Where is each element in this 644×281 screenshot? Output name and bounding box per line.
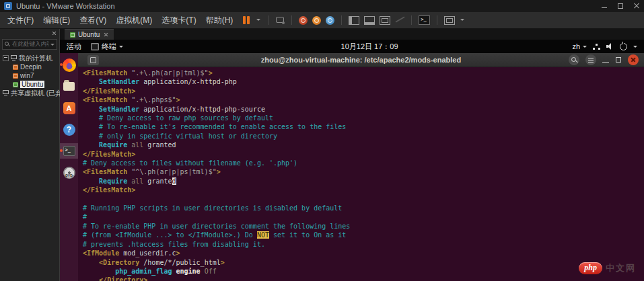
- code-line: Require all granted: [83, 140, 644, 149]
- vm-on-icon: [13, 82, 18, 87]
- caret-icon[interactable]: [460, 15, 465, 25]
- pause-icon[interactable]: [242, 15, 251, 25]
- token: <FilesMatch: [83, 69, 127, 77]
- token: [83, 106, 99, 113]
- terminal-maximize-icon[interactable]: [615, 54, 622, 65]
- token: ".+\.ph(ar|p|tml)$": [127, 69, 208, 77]
- menu-item-2[interactable]: 查看(V): [75, 13, 111, 28]
- terminal-minimize-icon[interactable]: [602, 54, 609, 65]
- toolbar-separator: [437, 15, 437, 25]
- panel-full-icon[interactable]: [380, 16, 390, 25]
- input-method-indicator[interactable]: zh: [572, 42, 587, 50]
- vm-off-icon: [13, 73, 18, 79]
- watermark: php 中文网: [579, 262, 636, 274]
- tree-item-label: Deepin: [20, 63, 42, 71]
- token: <IfModule: [83, 249, 119, 257]
- terminal-content[interactable]: <FilesMatch ".+\.ph(ar|p|tml)$"> SetHand…: [78, 67, 644, 281]
- app-menu[interactable]: 终端: [91, 42, 123, 52]
- unity-icon[interactable]: [395, 15, 404, 25]
- fit-icon[interactable]: [444, 16, 455, 25]
- token: [83, 78, 99, 85]
- token: ".+\.phps$": [127, 96, 176, 104]
- vmware-logo-icon: [4, 2, 12, 10]
- token: application/x-httpd-php: [139, 78, 237, 85]
- terminal-titlebar[interactable]: zhou@zhou-virtual-machine: /etc/apache2/…: [78, 53, 644, 67]
- menu-item-5[interactable]: 帮助(H): [201, 13, 238, 28]
- gnome-topbar: 活动 终端 10月12日 17：09 zh: [60, 40, 644, 53]
- token: application/x-httpd-php-source: [139, 106, 265, 113]
- toolbar: [242, 15, 465, 25]
- code-line: [83, 195, 644, 204]
- close-icon[interactable]: [633, 3, 640, 9]
- dock-item-ubuntu-software[interactable]: A: [60, 100, 78, 116]
- token: granted: [143, 141, 176, 149]
- token: /home/*/public_html: [139, 259, 220, 266]
- send-cad-icon[interactable]: [275, 15, 285, 25]
- caret-icon[interactable]: [256, 15, 261, 25]
- code-line: Require all granted: [83, 177, 644, 186]
- window-title: Ubuntu - VMware Workstation: [16, 2, 115, 10]
- keyboard-indicator-icon[interactable]: [87, 55, 99, 65]
- dock-item-files[interactable]: [60, 79, 78, 94]
- expander-icon[interactable]: [3, 55, 9, 61]
- code-line: # prevents .htaccess files from disablin…: [83, 240, 644, 249]
- maximize-icon[interactable]: [617, 3, 624, 9]
- sidebar-item-4[interactable]: 共享虚拟机 (已弃用): [0, 89, 59, 97]
- panel-lib-icon[interactable]: [349, 16, 359, 25]
- menu-items: 文件(F)编辑(E)查看(V)虚拟机(M)选项卡(T)帮助(H): [3, 13, 238, 28]
- dock-item-dvd[interactable]: DVD: [60, 165, 78, 180]
- library-header: [0, 29, 59, 38]
- terminal-close-icon[interactable]: [628, 54, 639, 65]
- token: <FilesMatch: [83, 96, 127, 104]
- vm-power-on-icon: [70, 32, 75, 38]
- code-line: <Directory /home/*/public_html>: [83, 258, 644, 267]
- menu-item-3[interactable]: 虚拟机(M): [111, 13, 157, 28]
- clock[interactable]: 10月12日 17：09: [341, 42, 398, 52]
- sidebar-item-2[interactable]: win7: [0, 71, 59, 80]
- panel-thumb-icon[interactable]: [364, 16, 375, 25]
- token: # To re-enable it's recommended to enabl…: [83, 123, 346, 130]
- token: php_admin_flag: [115, 268, 172, 275]
- dock-item-firefox[interactable]: [60, 57, 78, 73]
- sidebar-item-0[interactable]: 我的计算机: [0, 54, 59, 63]
- code-line: </FilesMatch>: [83, 150, 644, 159]
- code-line: <FilesMatch ".+\.ph(ar|p|tml)$">: [83, 69, 644, 77]
- token: >: [209, 69, 213, 77]
- token: [83, 276, 99, 281]
- token: all: [131, 177, 143, 185]
- snap-take-icon[interactable]: [299, 16, 308, 25]
- network-icon: [593, 44, 600, 50]
- snap-manage-icon[interactable]: [326, 16, 334, 25]
- token: d: [172, 177, 176, 185]
- sidebar-close-icon[interactable]: [52, 31, 57, 36]
- terminal-search-icon[interactable]: [569, 54, 579, 65]
- sidebar-item-1[interactable]: Deepin: [0, 63, 59, 71]
- token: >: [176, 249, 180, 257]
- dock-item-help[interactable]: ?: [60, 122, 78, 137]
- code-line: SetHandler application/x-httpd-php-sourc…: [83, 105, 644, 114]
- tab-ubuntu[interactable]: Ubuntu: [65, 29, 114, 40]
- dock-item-terminal[interactable]: >_: [60, 143, 78, 159]
- activities-button[interactable]: 活动: [67, 42, 81, 52]
- minimize-icon[interactable]: [601, 3, 608, 9]
- sidebar-item-3[interactable]: Ubuntu: [0, 80, 59, 89]
- firefox-icon: [63, 58, 76, 72]
- code-line: </FilesMatch>: [83, 186, 644, 194]
- files-icon: [63, 82, 75, 91]
- menu-item-4[interactable]: 选项卡(T): [157, 13, 201, 28]
- menu-item-0[interactable]: 文件(F): [3, 13, 38, 28]
- token: SetHandler: [99, 106, 139, 113]
- code-line: # only in specific virtual host or direc…: [83, 132, 644, 140]
- system-tray[interactable]: zh: [572, 42, 637, 50]
- token: grante: [143, 177, 172, 185]
- watermark-text: 中文网: [606, 262, 636, 274]
- menu-item-1[interactable]: 编辑(E): [38, 13, 75, 28]
- tab-close-icon[interactable]: [104, 32, 108, 37]
- snap-revert-icon[interactable]: [312, 16, 321, 25]
- terminal-menu-icon[interactable]: [585, 54, 596, 65]
- search-icon: [5, 42, 10, 47]
- console-icon[interactable]: [419, 15, 430, 25]
- library-search-input[interactable]: 在此处键入内容: [2, 39, 57, 50]
- tab-bar: Ubuntu: [60, 29, 644, 40]
- token: Require: [99, 141, 127, 149]
